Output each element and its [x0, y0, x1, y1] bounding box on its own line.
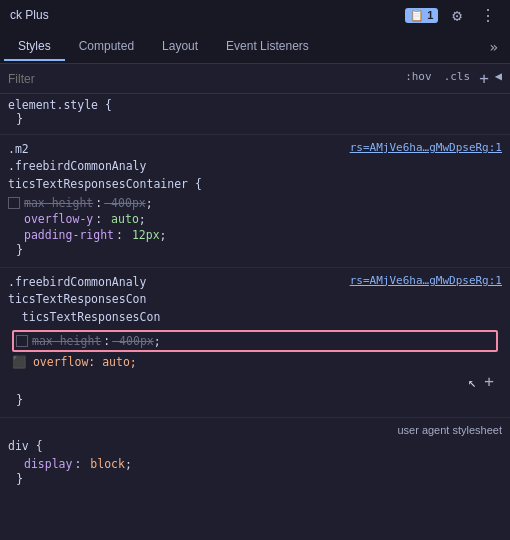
filter-input[interactable]: [8, 72, 394, 86]
prop-overflow-line: ⬛ overflow: auto;: [8, 354, 502, 370]
ua-display-value: block: [83, 457, 125, 471]
element-style-selector: element.style {: [8, 98, 502, 112]
freebird-selector-line1: .freebirdCommonAnaly: [8, 275, 146, 289]
toggle-arrow-icon[interactable]: ◀: [495, 69, 502, 88]
cls-filter-button[interactable]: .cls: [441, 69, 474, 88]
prop-max-height2-value: 400px: [112, 334, 154, 348]
cursor-area: ↖ +: [8, 370, 502, 393]
ua-display-name: display: [24, 457, 72, 471]
m2-rule-closing: }: [8, 243, 502, 261]
freebird-rule-closing: }: [8, 393, 502, 411]
cursor-icon: ↖: [468, 374, 476, 390]
user-agent-rule: user agent stylesheet div { display : bl…: [0, 418, 510, 495]
top-bar: ck Plus 📋 1 ⚙ ⋮: [0, 0, 510, 30]
prop-max-height2-line: max-height : 400px ;: [16, 333, 494, 349]
freebird-selector-brace: ticsTextResponsesCon: [8, 310, 502, 328]
prop-max-height-colon: :: [95, 196, 102, 210]
hov-filter-button[interactable]: :hov: [402, 69, 435, 88]
m2-rule-header: .m2 .freebirdCommonAnaly ticsTextRespons…: [8, 141, 502, 193]
m2-rule-source[interactable]: rs=AMjVe6ha…gMwDpseRg:1: [350, 141, 502, 154]
prop-padding-right-line: padding-right : 12px ;: [8, 227, 502, 243]
app-title: ck Plus: [10, 8, 395, 22]
prop-overflow-name: overflow: auto;: [26, 355, 137, 369]
prop-max-height-semi: ;: [146, 196, 153, 210]
badge-icon: 📋: [410, 9, 424, 22]
prop-overflow-partial: ⬛: [12, 355, 26, 369]
prop-overflow-y-semi: ;: [139, 212, 146, 226]
ua-rule-closing: }: [8, 472, 502, 490]
prop-max-height-name: max-height: [24, 196, 93, 210]
prop-overflow-y-line: overflow-y : auto ;: [8, 211, 502, 227]
add-property-icon[interactable]: +: [484, 372, 494, 391]
tab-bar: Styles Computed Layout Event Listeners »: [0, 30, 510, 64]
freebird-selector: .freebirdCommonAnaly ticsTextResponsesCo…: [8, 274, 342, 309]
highlighted-property-block: max-height : 400px ;: [12, 330, 498, 352]
element-style-closing: }: [8, 112, 502, 130]
filter-buttons: :hov .cls + ◀: [402, 69, 502, 88]
m2-selector: .m2 .freebirdCommonAnaly ticsTextRespons…: [8, 141, 342, 193]
more-options-icon[interactable]: ⋮: [476, 4, 500, 27]
freebird-rule-source[interactable]: rs=AMjVe6ha…gMwDpseRg:1: [350, 274, 502, 287]
filter-bar: :hov .cls + ◀: [0, 64, 510, 94]
freebird-rule-header: .freebirdCommonAnaly ticsTextResponsesCo…: [8, 274, 502, 309]
element-style-rule: element.style { }: [0, 94, 510, 135]
ua-display-colon: :: [74, 457, 81, 471]
css-panel: element.style { } .m2 .freebirdCommonAna…: [0, 94, 510, 540]
freebird-rule: .freebirdCommonAnaly ticsTextResponsesCo…: [0, 268, 510, 419]
badge-count: 1: [427, 9, 433, 21]
tab-computed[interactable]: Computed: [65, 33, 148, 61]
user-agent-label: user agent stylesheet: [8, 424, 502, 436]
prop-max-height2-semi: ;: [154, 334, 161, 348]
prop-max-height2-checkbox[interactable]: [16, 335, 28, 347]
m2-rule: .m2 .freebirdCommonAnaly ticsTextRespons…: [0, 135, 510, 268]
tab-layout[interactable]: Layout: [148, 33, 212, 61]
prop-max-height-line: max-height : 400px ;: [8, 195, 502, 211]
freebird-selector-line2: ticsTextResponsesCon: [8, 292, 146, 306]
add-style-icon[interactable]: +: [479, 69, 489, 88]
notification-badge[interactable]: 📋 1: [405, 8, 438, 23]
prop-overflow-y-colon: :: [95, 212, 102, 226]
ua-selector: div {: [8, 438, 502, 455]
settings-icon[interactable]: ⚙: [448, 4, 466, 27]
tab-more-icon[interactable]: »: [482, 35, 506, 59]
tab-event-listeners[interactable]: Event Listeners: [212, 33, 323, 61]
prop-overflow-y-value: auto: [104, 212, 139, 226]
prop-max-height-value: 400px: [104, 196, 146, 210]
m2-selector-line2: .freebirdCommonAnaly: [8, 159, 146, 173]
prop-padding-right-semi: ;: [160, 228, 167, 242]
tab-styles[interactable]: Styles: [4, 33, 65, 61]
m2-selector-line1: .m2: [8, 142, 29, 156]
prop-overflow-y-name: overflow-y: [24, 212, 93, 226]
ua-display-semi: ;: [125, 457, 132, 471]
m2-selector-line3: ticsTextResponsesContainer {: [8, 177, 202, 191]
prop-padding-right-value: 12px: [125, 228, 160, 242]
prop-padding-right-colon: :: [116, 228, 123, 242]
prop-max-height2-colon: :: [103, 334, 110, 348]
prop-max-height-checkbox[interactable]: [8, 197, 20, 209]
prop-padding-right-name: padding-right: [24, 228, 114, 242]
prop-max-height2-name: max-height: [32, 334, 101, 348]
ua-display-line: display : block ;: [8, 456, 502, 472]
